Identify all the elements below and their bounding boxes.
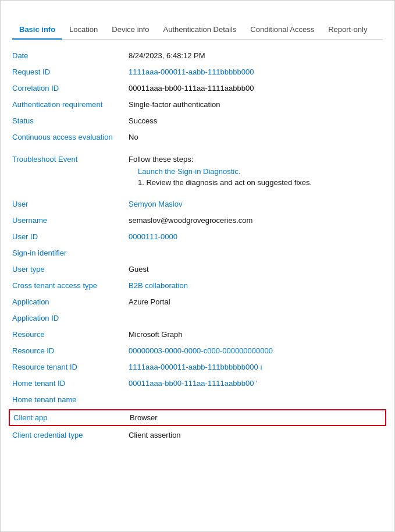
tab-conditional-access[interactable]: Conditional Access — [243, 20, 321, 40]
info-row-correlation-id: Correlation ID00011aaa-bb00-111aa-1111aa… — [12, 80, 383, 97]
info-row-application: ApplicationAzure Portal — [12, 294, 383, 310]
tab-location[interactable]: Location — [62, 20, 105, 40]
row-label: Request ID — [12, 68, 129, 76]
row-label: User ID — [12, 232, 129, 241]
tab-basic-info[interactable]: Basic info — [12, 20, 62, 40]
row-value: Microsoft Graph — [129, 330, 383, 339]
info-row-username: Usernamesemaslov@woodgrovegroceries.com — [12, 212, 383, 229]
info-table: Date8/24/2023, 6:48:12 PMRequest ID1111a… — [12, 48, 383, 444]
row-label: Resource — [12, 330, 129, 339]
row-value[interactable]: 1111aaa-000011-aabb-111bbbbbb000 ı — [129, 363, 383, 371]
row-label: Authentication requirement — [12, 100, 129, 109]
info-row-client-credential-type: Client credential typeClient assertion — [12, 427, 383, 444]
row-label: Cross tenant access type — [12, 281, 129, 290]
row-label: Application — [12, 297, 129, 306]
row-label: User — [12, 200, 129, 208]
row-value: Browser — [130, 413, 382, 422]
troubleshoot-row: Troubleshoot EventFollow these steps:Lau… — [12, 151, 383, 190]
row-label: Continuous access evaluation — [12, 133, 129, 141]
spacer-row — [12, 146, 383, 151]
info-row-resource: ResourceMicrosoft Graph — [12, 327, 383, 343]
activity-details-panel: Basic infoLocationDevice infoAuthenticat… — [0, 0, 395, 532]
info-row-home-tenant-id: Home tenant ID00011aaa-bb00-111aa-1111aa… — [12, 375, 383, 392]
row-value: Azure Portal — [129, 297, 383, 306]
tab-bar: Basic infoLocationDevice infoAuthenticat… — [12, 20, 383, 40]
row-value[interactable]: 0000111-0000 — [129, 232, 383, 241]
info-row-status: StatusSuccess — [12, 113, 383, 129]
info-row-cross-tenant-access-type: Cross tenant access typeB2B collaboratio… — [12, 278, 383, 294]
troubleshoot-link[interactable]: Launch the Sign-in Diagnostic. — [138, 167, 383, 176]
row-value: Success — [129, 116, 383, 125]
troubleshoot-step: 1. Review the diagnosis and act on sugge… — [138, 178, 383, 187]
row-value: Client assertion — [129, 431, 383, 439]
info-row-sign-in-identifier: Sign-in identifier — [12, 245, 383, 261]
tab-report-only[interactable]: Report-only — [321, 20, 374, 40]
row-value: 00011aaa-bb00-111aa-1111aabbb00 — [129, 84, 383, 93]
spacer-row — [12, 190, 383, 196]
tab-device-info[interactable]: Device info — [105, 20, 156, 40]
tab-authentication-details[interactable]: Authentication Details — [156, 20, 244, 40]
row-label: Status — [12, 116, 129, 125]
info-row-resource-tenant-id: Resource tenant ID1111aaa-000011-aabb-11… — [12, 359, 383, 375]
row-value[interactable]: 00011aaa-bb00-111aa-1111aabbb00 ' — [129, 379, 383, 388]
row-value[interactable]: B2B collaboration — [129, 281, 383, 290]
row-label: Home tenant name — [12, 395, 129, 404]
row-label: Application ID — [12, 314, 129, 322]
info-row-continuous-access-evaluation: Continuous access evaluationNo — [12, 129, 383, 146]
info-row-date: Date8/24/2023, 6:48:12 PM — [12, 48, 383, 64]
info-row-user-id: User ID0000111-0000 — [12, 229, 383, 245]
row-value[interactable]: 1111aaa-000011-aabb-111bbbbb000 — [129, 68, 383, 76]
row-label: Home tenant ID — [12, 379, 129, 388]
row-label: Resource ID — [12, 346, 129, 355]
row-value[interactable]: 00000003-0000-0000-c000-000000000000 — [129, 346, 383, 355]
info-row-home-tenant-name: Home tenant name — [12, 392, 383, 408]
row-value: Single-factor authentication — [129, 100, 383, 109]
row-label: Date — [12, 51, 129, 60]
row-label: User type — [12, 265, 129, 274]
row-label: Resource tenant ID — [12, 363, 129, 371]
info-row-user: UserSemyon Maslov — [12, 196, 383, 212]
row-label: Username — [12, 216, 129, 225]
row-value: Guest — [129, 265, 383, 274]
row-label: Client app — [13, 413, 130, 422]
info-row-client-app: Client appBrowser — [9, 409, 386, 426]
row-label: Client credential type — [12, 431, 129, 439]
row-label: Correlation ID — [12, 84, 129, 93]
row-value[interactable]: Semyon Maslov — [129, 200, 383, 208]
info-row-resource-id: Resource ID00000003-0000-0000-c000-00000… — [12, 343, 383, 359]
troubleshoot-follow-text: Follow these steps: — [129, 155, 383, 164]
row-value: 8/24/2023, 6:48:12 PM — [129, 51, 383, 60]
info-row-application-id: Application ID — [12, 310, 383, 327]
row-label: Sign-in identifier — [12, 249, 129, 257]
troubleshoot-block: Follow these steps:Launch the Sign-in Di… — [129, 155, 383, 187]
row-value: semaslov@woodgrovegroceries.com — [129, 216, 383, 225]
info-row-request-id: Request ID1111aaa-000011-aabb-111bbbbb00… — [12, 64, 383, 80]
info-row-user-type: User typeGuest — [12, 261, 383, 278]
info-row-authentication-requirement: Authentication requirementSingle-factor … — [12, 97, 383, 113]
troubleshoot-label: Troubleshoot Event — [12, 155, 129, 164]
row-value: No — [129, 133, 383, 141]
